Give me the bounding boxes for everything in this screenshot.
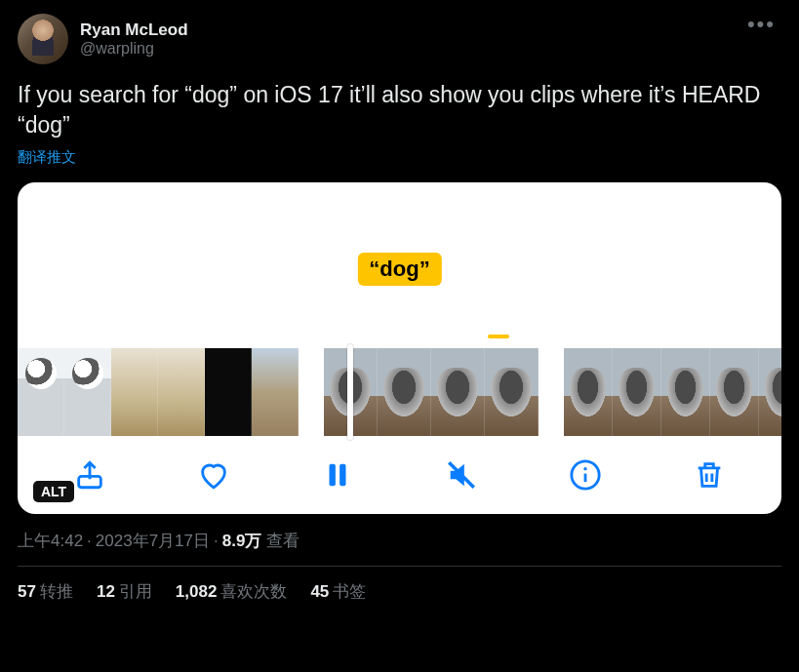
timeline-frame[interactable]: [710, 348, 759, 436]
search-term-badge: “dog”: [357, 253, 441, 286]
stat-count: 12: [97, 582, 115, 601]
stat-quotes[interactable]: 12引用: [97, 580, 152, 603]
stat-count: 1,082: [176, 582, 218, 601]
svg-rect-2: [340, 464, 345, 487]
stat-count: 45: [310, 582, 329, 601]
stat-likes[interactable]: 1,082喜欢次数: [176, 580, 288, 603]
meta-date[interactable]: 2023年7月17日: [96, 532, 210, 550]
clip-group[interactable]: [564, 348, 781, 436]
more-icon[interactable]: •••: [741, 14, 781, 35]
pause-icon[interactable]: [316, 454, 359, 496]
stat-label: 喜欢次数: [220, 582, 287, 601]
stat-count: 57: [18, 582, 36, 601]
tweet-container: Ryan McLeod @warpling ••• If you search …: [0, 0, 799, 616]
stat-label: 转推: [40, 582, 73, 601]
author-block[interactable]: Ryan McLeod @warpling: [18, 14, 188, 64]
meta-time[interactable]: 上午4:42: [18, 532, 83, 550]
name-block: Ryan McLeod @warpling: [80, 14, 188, 64]
timeline-frame[interactable]: [661, 348, 710, 436]
stat-retweets[interactable]: 57转推: [18, 580, 73, 603]
avatar[interactable]: [18, 14, 68, 64]
translate-link[interactable]: 翻译推文: [18, 148, 781, 167]
timeline-frame[interactable]: [485, 348, 539, 436]
timeline-frame[interactable]: [64, 348, 111, 436]
mute-icon[interactable]: [440, 454, 483, 496]
info-icon[interactable]: [564, 454, 607, 496]
tweet-text: If you search for “dog” on iOS 17 it’ll …: [18, 80, 781, 140]
video-timeline[interactable]: [18, 348, 781, 436]
timeline-frame[interactable]: [564, 348, 613, 436]
share-icon[interactable]: [68, 454, 111, 496]
timeline-frame[interactable]: [158, 348, 205, 436]
tweet-header: Ryan McLeod @warpling •••: [18, 14, 781, 64]
svg-rect-1: [329, 464, 335, 487]
playhead[interactable]: [347, 344, 353, 440]
media-card[interactable]: “dog”: [18, 182, 781, 514]
views-label: 查看: [266, 532, 300, 550]
display-name[interactable]: Ryan McLeod: [80, 20, 188, 40]
tweet-meta: 上午4:42·2023年7月17日·8.9万 查看: [18, 530, 781, 552]
media-preview: “dog”: [18, 182, 781, 436]
clip-group[interactable]: [324, 348, 539, 436]
stat-bookmarks[interactable]: 45书签: [310, 580, 366, 603]
handle[interactable]: @warpling: [80, 40, 188, 58]
stat-label: 书签: [333, 582, 366, 601]
heart-icon[interactable]: [192, 454, 235, 496]
timeline-frame[interactable]: [111, 348, 158, 436]
stats-row: 57转推 12引用 1,082喜欢次数 45书签: [18, 580, 781, 603]
divider: [18, 566, 781, 567]
media-controls: [18, 436, 781, 514]
timeline-frame[interactable]: [613, 348, 661, 436]
timeline-frame[interactable]: [378, 348, 431, 436]
trash-icon[interactable]: [688, 454, 731, 496]
timeline-frame[interactable]: [759, 348, 781, 436]
svg-point-6: [584, 467, 587, 470]
timeline-frame[interactable]: [431, 348, 485, 436]
clip-group[interactable]: [18, 348, 299, 436]
timeline-frame[interactable]: [18, 348, 64, 436]
timeline-frame[interactable]: [205, 348, 252, 436]
alt-badge[interactable]: ALT: [33, 481, 74, 502]
timeline-frame[interactable]: [252, 348, 299, 436]
views-count[interactable]: 8.9万: [222, 532, 262, 550]
stat-label: 引用: [119, 582, 152, 601]
